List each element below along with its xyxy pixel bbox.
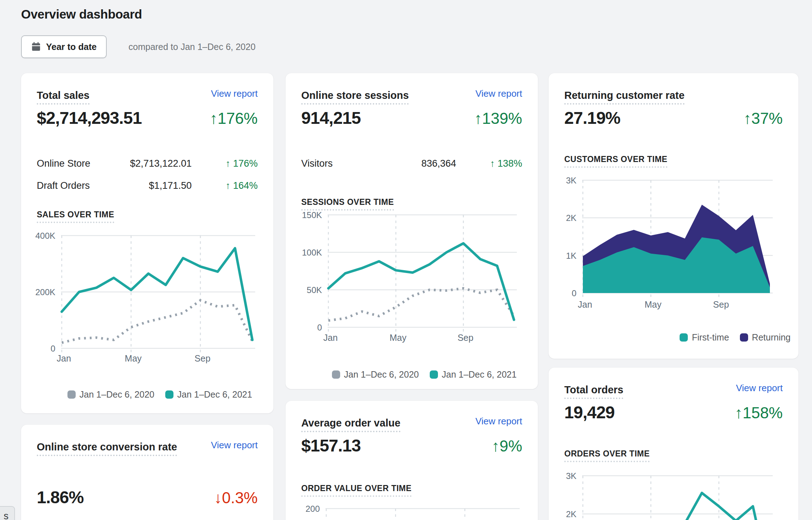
svg-text:0: 0 xyxy=(51,344,55,353)
compare-range-text: compared to Jan 1–Dec 6, 2020 xyxy=(128,35,256,58)
legend-swatch-2021 xyxy=(430,370,438,379)
legend-item: First-time xyxy=(680,332,729,343)
page-title: Overview dashboard xyxy=(21,7,142,21)
svg-text:200: 200 xyxy=(306,505,320,514)
returning-rate-card: Returning customer rate 27.19% ↑37% CUST… xyxy=(549,73,798,359)
total-orders-card: Total orders View report 19,429 ↑158% OR… xyxy=(549,368,798,520)
conversion-rate-value: 1.86% xyxy=(37,488,84,507)
svg-text:0: 0 xyxy=(572,288,576,298)
legend-item: Jan 1–Dec 6, 2020 xyxy=(67,389,155,400)
date-range-button[interactable]: Year to date xyxy=(21,35,107,58)
sessions-value: 914,215 xyxy=(301,108,361,128)
total-sales-value: $2,714,293.51 xyxy=(37,108,142,128)
total-orders-value: 19,429 xyxy=(564,403,615,422)
legend-item: Jan 1–Dec 6, 2021 xyxy=(430,369,517,380)
returning-rate-title[interactable]: Returning customer rate xyxy=(564,87,685,104)
average-order-value-card: Average order value View report $157.13 … xyxy=(286,401,538,520)
svg-text:May: May xyxy=(125,353,142,363)
keyboard-shortcut-badge[interactable]: s xyxy=(0,506,15,520)
svg-text:50K: 50K xyxy=(307,285,322,295)
orders-view-report-link[interactable]: View report xyxy=(736,383,783,394)
sessions-delta: ↑139% xyxy=(474,110,522,127)
date-range-label: Year to date xyxy=(46,42,97,52)
conversion-view-report-link[interactable]: View report xyxy=(211,440,258,451)
breakdown-row-visitors: Visitors 836,364 ↑ 138% xyxy=(301,152,522,175)
svg-text:150K: 150K xyxy=(302,210,322,220)
svg-text:2K: 2K xyxy=(566,213,576,223)
orders-over-time-label[interactable]: ORDERS OVER TIME xyxy=(564,449,650,459)
svg-text:1K: 1K xyxy=(566,251,576,261)
svg-text:400K: 400K xyxy=(35,231,55,241)
sales-over-time-label[interactable]: SALES OVER TIME xyxy=(37,210,114,219)
svg-text:May: May xyxy=(645,299,662,309)
sessions-title[interactable]: Online store sessions xyxy=(301,87,409,104)
svg-text:2K: 2K xyxy=(566,509,576,519)
conversion-rate-delta: ↓0.3% xyxy=(214,489,258,507)
aov-value: $157.13 xyxy=(301,436,361,455)
sessions-chart-legend: Jan 1–Dec 6, 2020 Jan 1–Dec 6, 2021 xyxy=(311,369,538,380)
customers-over-time-chart: 01K2K3KJanMaySep xyxy=(549,175,798,318)
total-sales-card: Total sales View report $2,714,293.51 ↑1… xyxy=(21,73,273,413)
svg-text:3K: 3K xyxy=(566,176,576,185)
svg-text:May: May xyxy=(389,333,407,343)
svg-text:Jan: Jan xyxy=(57,353,71,363)
aov-delta: ↑9% xyxy=(491,437,522,455)
legend-swatch-returning xyxy=(740,333,748,342)
returning-rate-delta: ↑37% xyxy=(743,110,783,127)
svg-text:0: 0 xyxy=(317,323,322,332)
breakdown-row-draft-orders: Draft Orders $1,171.50 ↑ 164% xyxy=(37,175,258,197)
order-value-over-time-label[interactable]: ORDER VALUE OVER TIME xyxy=(301,484,412,493)
total-sales-title[interactable]: Total sales xyxy=(37,87,90,104)
legend-swatch-2021 xyxy=(165,390,173,399)
legend-swatch-2020 xyxy=(332,370,340,379)
customers-chart-legend: First-time Returning xyxy=(680,332,791,343)
total-sales-delta: ↑176% xyxy=(210,110,258,127)
svg-text:Jan: Jan xyxy=(323,333,338,343)
conversion-rate-title[interactable]: Online store conversion rate xyxy=(37,439,177,455)
svg-text:Sep: Sep xyxy=(458,333,473,343)
sales-chart-legend: Jan 1–Dec 6, 2020 Jan 1–Dec 6, 2021 xyxy=(46,389,273,400)
conversion-rate-card: Online store conversion rate View report… xyxy=(21,425,273,520)
svg-text:Sep: Sep xyxy=(713,299,729,309)
legend-swatch-first-time xyxy=(680,333,688,342)
returning-rate-value: 27.19% xyxy=(564,108,620,128)
aov-view-report-link[interactable]: View report xyxy=(475,416,522,427)
legend-item: Jan 1–Dec 6, 2021 xyxy=(165,389,252,400)
calendar-icon xyxy=(31,42,41,52)
svg-text:Sep: Sep xyxy=(195,353,210,363)
svg-text:200K: 200K xyxy=(35,287,55,297)
legend-item: Returning xyxy=(740,332,791,343)
total-orders-delta: ↑158% xyxy=(735,404,783,422)
sessions-over-time-chart: 050K100K150KJanMaySep xyxy=(286,209,538,349)
breakdown-row-online-store: Online Store $2,713,122.01 ↑ 176% xyxy=(37,152,258,175)
customers-over-time-label[interactable]: CUSTOMERS OVER TIME xyxy=(564,155,667,164)
total-orders-title[interactable]: Total orders xyxy=(564,382,623,398)
svg-text:3K: 3K xyxy=(566,471,576,481)
svg-text:Jan: Jan xyxy=(578,299,592,309)
sessions-card: Online store sessions View report 914,21… xyxy=(286,73,538,389)
orders-over-time-chart: 01K2K3KJanMaySep xyxy=(549,470,798,520)
total-sales-view-report-link[interactable]: View report xyxy=(211,88,258,99)
order-value-over-time-chart: 200JanMaySep xyxy=(286,505,538,520)
overview-dashboard-page: Overview dashboard Year to date compared… xyxy=(0,0,812,520)
sessions-view-report-link[interactable]: View report xyxy=(475,88,522,99)
aov-title[interactable]: Average order value xyxy=(301,415,400,431)
legend-swatch-2020 xyxy=(67,390,76,399)
svg-text:100K: 100K xyxy=(302,248,322,257)
legend-item: Jan 1–Dec 6, 2020 xyxy=(332,369,419,380)
sessions-over-time-label[interactable]: SESSIONS OVER TIME xyxy=(301,197,394,207)
sales-over-time-chart: 0200K400KJanMaySep xyxy=(21,230,273,370)
